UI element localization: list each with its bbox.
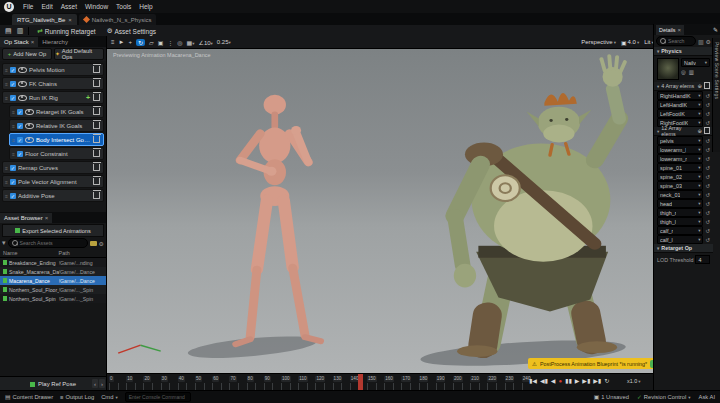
- delete-op-icon[interactable]: [93, 150, 100, 157]
- asset-row[interactable]: Northern_Soul_Spin/Game/..._Spin: [0, 294, 106, 303]
- bones-array-header[interactable]: ▾12 Array elems ⊕: [654, 127, 713, 136]
- op-row[interactable]: ≡✓Floor Constraint: [9, 147, 104, 160]
- next-icon[interactable]: ›: [99, 379, 105, 388]
- drag-handle-icon[interactable]: ≡: [5, 193, 8, 199]
- delete-op-icon[interactable]: [93, 136, 100, 143]
- reset-to-default-icon[interactable]: ↺: [705, 210, 710, 216]
- details-settings-icon[interactable]: ⚙: [706, 38, 711, 45]
- close-icon[interactable]: ×: [45, 215, 49, 221]
- value-dropdown[interactable]: lowerarm_l▾: [657, 145, 703, 154]
- drag-handle-icon[interactable]: ≡: [5, 179, 8, 185]
- add-child-op-icon[interactable]: +: [86, 94, 90, 101]
- timeline-tick[interactable]: 100: [281, 376, 291, 382]
- delete-op-icon[interactable]: [93, 164, 100, 171]
- op-row[interactable]: ≡✓Run IK Rig+: [2, 91, 104, 104]
- reset-to-default-icon[interactable]: ↺: [705, 174, 710, 180]
- unreal-logo-icon[interactable]: U: [4, 2, 14, 12]
- timeline-tick[interactable]: 50: [195, 376, 202, 382]
- tab-asset-browser[interactable]: Asset Browser ×: [0, 213, 52, 223]
- op-enabled-checkbox[interactable]: ✓: [17, 151, 23, 157]
- eye-icon[interactable]: [18, 95, 27, 101]
- play-ref-pose-button[interactable]: Play Ref Pose ‹ ›: [0, 376, 106, 391]
- delete-op-icon[interactable]: [93, 178, 100, 185]
- folder-icon[interactable]: [90, 241, 97, 246]
- add-default-ops-button[interactable]: ✦ Add Default Ops: [54, 48, 104, 60]
- output-log-button[interactable]: ≡ Output Log: [60, 394, 94, 400]
- running-retarget-button[interactable]: ⇄ Running Retarget: [34, 27, 98, 35]
- value-dropdown[interactable]: calf_r▾: [657, 226, 703, 235]
- eye-icon[interactable]: [18, 67, 27, 73]
- delete-op-icon[interactable]: [93, 192, 100, 199]
- op-row[interactable]: ≡✓Remap Curves: [2, 161, 104, 174]
- lod-threshold-field[interactable]: 4: [695, 255, 710, 264]
- reset-to-default-icon[interactable]: ↺: [705, 138, 710, 144]
- details-filter-icon[interactable]: ▥: [698, 38, 704, 45]
- close-icon[interactable]: ×: [677, 27, 681, 33]
- select-tool-icon[interactable]: ►: [119, 39, 125, 45]
- reset-to-default-icon[interactable]: ↺: [705, 183, 710, 189]
- rotation-snap-button[interactable]: ∠10▾: [199, 39, 213, 46]
- value-dropdown[interactable]: lowerarm_r▾: [657, 154, 703, 163]
- op-enabled-checkbox[interactable]: ✓: [17, 137, 23, 143]
- reset-to-default-icon[interactable]: ↺: [705, 147, 710, 153]
- tab-op-stack[interactable]: Op Stack ×: [0, 37, 38, 47]
- settings-icon[interactable]: ⚙: [99, 240, 104, 247]
- viewport-scene[interactable]: Previewing Animation Macarena_Dance ⚠ Po…: [107, 49, 720, 373]
- close-icon[interactable]: ×: [68, 17, 72, 23]
- op-enabled-checkbox[interactable]: ✓: [10, 193, 16, 199]
- tab-preview-scene-settings[interactable]: Preview Scene Settings: [712, 38, 720, 152]
- value-dropdown[interactable]: head▾: [657, 199, 703, 208]
- play-reverse-button[interactable]: ◀: [551, 377, 556, 384]
- reset-to-default-icon[interactable]: ↺: [705, 102, 710, 108]
- drag-handle-icon[interactable]: ≡: [12, 123, 15, 129]
- coordinate-space-icon[interactable]: ▣: [158, 39, 164, 46]
- drag-handle-icon[interactable]: ≡: [5, 81, 8, 87]
- to-end-button[interactable]: ▶▮: [593, 377, 601, 384]
- play-button[interactable]: ▶: [575, 377, 580, 384]
- asset-row[interactable]: Breakdance_Ending/Game/...nding: [0, 258, 106, 267]
- op-enabled-checkbox[interactable]: ✓: [10, 179, 16, 185]
- record-button[interactable]: ●: [558, 378, 562, 384]
- op-enabled-checkbox[interactable]: ✓: [10, 95, 16, 101]
- timeline-playhead[interactable]: [358, 374, 363, 391]
- drag-handle-icon[interactable]: ≡: [12, 109, 15, 115]
- timeline-tick[interactable]: 20: [143, 376, 150, 382]
- asset-row[interactable]: Macarena_Dance/Game/...Dance: [0, 276, 106, 285]
- timeline-tick[interactable]: 30: [161, 376, 168, 382]
- browse-icon[interactable]: ▥: [17, 27, 24, 35]
- grid-snap-icon[interactable]: ▦▾: [187, 39, 195, 46]
- timeline-tick[interactable]: 180: [419, 376, 429, 382]
- step-back-button[interactable]: ◀▮: [540, 377, 548, 384]
- timeline-tick[interactable]: 160: [384, 376, 394, 382]
- details-search-input[interactable]: Search: [656, 36, 696, 46]
- filter-icon[interactable]: ▾: [2, 239, 6, 247]
- asset-row[interactable]: Northern_Soul_Floor_Spin/Game/..._Spin: [0, 285, 106, 294]
- menu-edit[interactable]: Edit: [37, 3, 56, 10]
- op-row[interactable]: ≡✓Retarget IK Goals: [9, 105, 104, 118]
- timeline-tick[interactable]: 210: [470, 376, 480, 382]
- timeline-tick[interactable]: 190: [436, 376, 446, 382]
- prev-icon[interactable]: ‹: [92, 379, 98, 388]
- step-forward-button[interactable]: ▶▮: [582, 377, 590, 384]
- timeline-tick[interactable]: 0: [109, 376, 114, 382]
- reset-to-default-icon[interactable]: ↺: [705, 228, 710, 234]
- value-dropdown[interactable]: thigh_r▾: [657, 208, 703, 217]
- unsaved-indicator[interactable]: ▣ 1 Unsaved: [594, 394, 629, 400]
- value-dropdown[interactable]: LeftFootIK▾: [657, 109, 703, 118]
- reset-to-default-icon[interactable]: ↺: [705, 156, 710, 162]
- op-enabled-checkbox[interactable]: ✓: [10, 81, 16, 87]
- drag-handle-icon[interactable]: ≡: [5, 67, 8, 73]
- op-row[interactable]: ≡✓FK Chains: [2, 77, 104, 90]
- loop-button[interactable]: ↻: [604, 377, 609, 384]
- op-row[interactable]: ≡✓Relative IK Goals: [9, 119, 104, 132]
- timeline-tick[interactable]: 40: [178, 376, 185, 382]
- value-dropdown[interactable]: neck_01▾: [657, 190, 703, 199]
- menu-help[interactable]: Help: [135, 3, 156, 10]
- translate-tool-icon[interactable]: +: [128, 39, 132, 45]
- surface-snap-icon[interactable]: ◎: [177, 39, 182, 46]
- tab-details[interactable]: Details ×: [656, 25, 684, 35]
- scale-tool-icon[interactable]: ▱: [149, 39, 154, 46]
- menu-file[interactable]: File: [19, 3, 37, 10]
- delete-op-icon[interactable]: [93, 80, 100, 87]
- reset-to-default-icon[interactable]: ↺: [705, 219, 710, 225]
